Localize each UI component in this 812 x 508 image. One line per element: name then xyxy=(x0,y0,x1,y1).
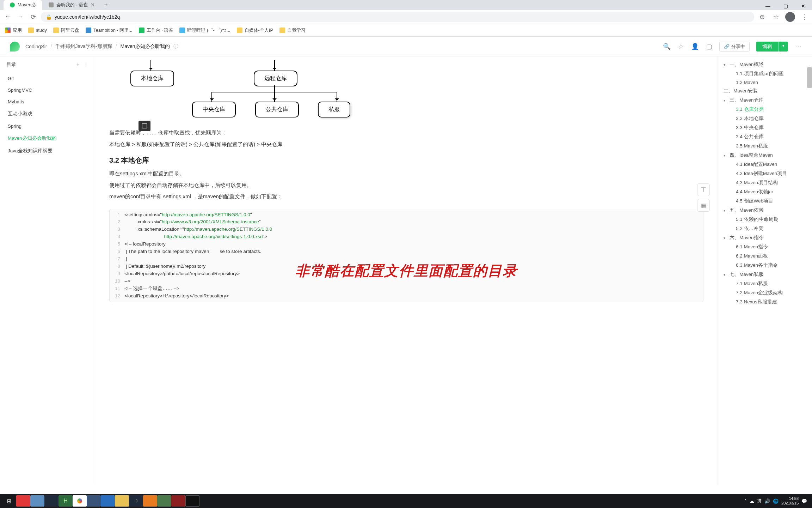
bookmark-item[interactable]: 工作台 · 语雀 xyxy=(139,27,173,34)
info-icon[interactable]: ⓘ xyxy=(173,43,178,50)
toc-item[interactable]: 1.1 项目集成jar的问题 xyxy=(724,69,809,78)
toc-item[interactable]: 3.4 公共仓库 xyxy=(724,132,809,141)
toc-label: 4.3 Maven项目结构 xyxy=(736,180,778,186)
menu-icon[interactable]: ⋮ xyxy=(799,12,809,22)
code-block[interactable]: 1<settings xmlns="http://maven.apache.or… xyxy=(109,209,703,302)
toc-item[interactable]: 3.3 中央仓库 xyxy=(724,123,809,132)
taskbar-app[interactable] xyxy=(73,495,87,507)
forward-button[interactable]: → xyxy=(16,12,25,22)
close-button[interactable]: ✕ xyxy=(794,2,812,10)
close-icon[interactable]: ✕ xyxy=(91,2,95,8)
sidebar-item[interactable]: 互动小游戏 xyxy=(6,108,88,120)
toc-item[interactable]: 6.3 Maven各个指令 xyxy=(724,261,809,270)
toc-item[interactable]: 3.1 仓库分类 xyxy=(724,105,812,114)
crumb-item[interactable]: 千锋郑州Java学科-邢朋辉 xyxy=(55,43,112,50)
tray-network-icon[interactable]: 🌐 xyxy=(773,498,779,504)
bookmark-item[interactable]: 哔哩哔哩 (゜- ゜)つ... xyxy=(179,27,230,34)
sidebar-item[interactable]: Java全栈知识库纲要 xyxy=(6,145,88,157)
sidebar-item[interactable]: Maven必知必会听我的 xyxy=(6,132,88,145)
toc-item[interactable]: 5.1 依赖的生命周期 xyxy=(724,215,809,224)
toc-item[interactable]: 7.1 Maven私服 xyxy=(724,279,809,288)
install-icon[interactable]: ⊕ xyxy=(757,12,767,22)
search-icon[interactable]: 🔍 xyxy=(663,43,671,50)
tray-ime-icon[interactable]: 拼 xyxy=(757,498,762,504)
maximize-button[interactable]: ▢ xyxy=(777,2,794,10)
toc-item[interactable]: 4.4 Maven依赖jar xyxy=(724,187,809,196)
toc-item[interactable]: ▾五、Maven依赖 xyxy=(724,206,809,215)
sidebar-item[interactable]: Mybatis xyxy=(6,96,88,108)
toc-item[interactable]: 6.1 Maven指令 xyxy=(724,242,809,252)
toc-item[interactable]: 3.2 本地仓库 xyxy=(724,114,809,123)
taskbar-app[interactable] xyxy=(44,495,59,507)
toc-item[interactable]: 4.1 Idea配置Maven xyxy=(724,160,809,169)
taskbar-app[interactable] xyxy=(185,495,199,507)
toc-item[interactable]: 4.5 创建Web项目 xyxy=(724,196,809,206)
more-icon[interactable]: ⋯ xyxy=(794,43,802,50)
toc-item[interactable]: ▾三、Maven仓库 xyxy=(724,96,809,105)
toc-item[interactable]: 3.5 Maven私服 xyxy=(724,141,809,151)
profile-avatar[interactable] xyxy=(785,12,795,22)
back-button[interactable]: ← xyxy=(3,12,13,22)
toc-item[interactable]: 6.2 Maven面板 xyxy=(724,252,809,261)
address-bar[interactable]: 🔒 yuque.com/feri/fwibdh/yc1b2q xyxy=(41,12,754,22)
taskbar-app[interactable] xyxy=(143,495,157,507)
toc-item[interactable]: 1.2 Maven xyxy=(724,78,809,86)
apps-button[interactable]: 应用 xyxy=(5,27,22,34)
comment-tooltip[interactable] xyxy=(139,121,150,131)
toc-item[interactable]: 4.3 Maven项目结构 xyxy=(724,178,809,187)
taskbar-app[interactable] xyxy=(101,495,115,507)
share-button[interactable]: 🔗分享中 xyxy=(719,42,750,52)
bookmark-item[interactable]: Teambition · 阿里... xyxy=(86,27,133,34)
taskbar-app[interactable]: IJ xyxy=(129,495,143,507)
edit-dropdown[interactable]: ▾ xyxy=(779,42,788,52)
toc-item[interactable]: 二、Maven安装 xyxy=(724,86,809,96)
taskbar-clock[interactable]: 14:58 2021/3/15 xyxy=(781,496,799,506)
reload-button[interactable]: ⟳ xyxy=(28,12,38,22)
toc-item[interactable]: 7.3 Nexus私服搭建 xyxy=(724,297,809,307)
toc-item[interactable]: ▾四、Idea整合Maven xyxy=(724,151,809,160)
taskbar-app[interactable] xyxy=(115,495,129,507)
bookmark-item[interactable]: study xyxy=(28,28,47,33)
present-icon[interactable]: ▢ xyxy=(705,43,713,50)
bookmark-item[interactable]: 自我学习 xyxy=(279,27,306,34)
scrollbar-thumb[interactable] xyxy=(807,67,812,88)
user-icon[interactable]: 👤 xyxy=(691,43,699,50)
new-tab-button[interactable]: + xyxy=(101,0,111,10)
tray-volume-icon[interactable]: 🔊 xyxy=(764,498,770,504)
yuque-logo-icon[interactable] xyxy=(10,42,20,52)
sidebar-item[interactable]: SpringMVC xyxy=(6,84,88,96)
star-icon[interactable]: ☆ xyxy=(771,12,781,22)
more-icon[interactable]: ⋮ xyxy=(84,62,88,67)
tray-up-icon[interactable]: ˄ xyxy=(744,498,747,504)
taskbar-app[interactable] xyxy=(30,495,44,507)
bookmark-item[interactable]: 自媒体-个人IP xyxy=(237,27,273,34)
toc-item[interactable]: ▾一、Maven概述 xyxy=(724,60,809,69)
taskbar-app[interactable] xyxy=(171,495,185,507)
taskbar-app[interactable] xyxy=(157,495,171,507)
crumb-item[interactable]: Maven必知必会听我的 xyxy=(121,43,170,50)
add-icon[interactable]: + xyxy=(76,62,79,67)
sidebar-item[interactable]: Spring xyxy=(6,120,88,132)
toc-item[interactable]: ▾七、Maven私服 xyxy=(724,270,809,279)
bookmark-item[interactable]: 阿里云盘 xyxy=(53,27,79,34)
taskbar-app[interactable] xyxy=(16,495,30,507)
start-button[interactable]: ⊞ xyxy=(2,495,16,507)
toc-item[interactable]: 5.2 依…冲突 xyxy=(724,224,809,233)
qr-button[interactable]: ▦ xyxy=(697,199,710,212)
crumb-item[interactable]: CodingSir xyxy=(25,44,47,49)
minimize-button[interactable]: — xyxy=(759,2,777,10)
star-icon[interactable]: ☆ xyxy=(677,43,685,50)
scroll-top-button[interactable]: 丅 xyxy=(697,183,710,196)
toc-item[interactable]: 4.2 Idea创建Maven项目 xyxy=(724,169,809,178)
main-content: 本地仓库 远程仓库 中央仓库 公共仓库 私服 当需要依赖时，…… 仓库中取查找，… xyxy=(95,56,718,485)
sidebar-item[interactable]: Git xyxy=(6,73,88,84)
toc-item[interactable]: ▾六、Maven指令 xyxy=(724,233,809,242)
tab-1[interactable]: Maven必 xyxy=(4,0,42,10)
taskbar-app[interactable] xyxy=(87,495,101,507)
toc-item[interactable]: 7.2 Maven企业级架构 xyxy=(724,288,809,297)
tray-notification-icon[interactable]: 💬 xyxy=(801,498,807,504)
taskbar-app[interactable]: H xyxy=(59,495,73,507)
tab-2[interactable]: 会听我的 · 语雀✕ xyxy=(42,0,101,10)
edit-button[interactable]: 编辑 xyxy=(756,42,779,52)
tray-onedrive-icon[interactable]: ☁ xyxy=(750,498,754,504)
